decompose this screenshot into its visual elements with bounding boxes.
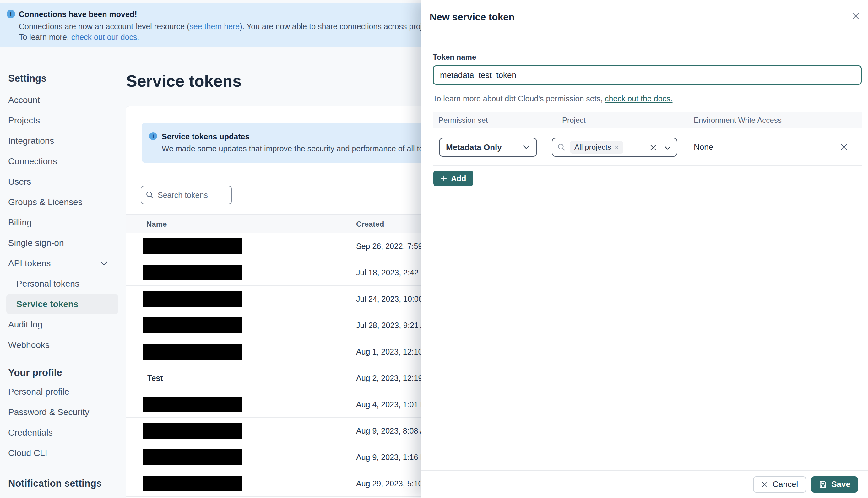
- docs-text: To learn more about dbt Cloud's permissi…: [433, 94, 605, 103]
- page-title: Service tokens: [126, 71, 241, 90]
- sidebar-heading-settings: Settings: [0, 71, 126, 86]
- banner-body-line2: To learn more, check out our docs.: [19, 32, 140, 42]
- sidebar-item-password-security[interactable]: Password & Security: [0, 402, 126, 422]
- remove-row-icon[interactable]: [840, 143, 848, 152]
- environment-write-access-value: None: [694, 128, 713, 166]
- sidebar-item-label: Account: [8, 95, 40, 105]
- cancel-button[interactable]: Cancel: [753, 476, 806, 493]
- sidebar-item-credentials[interactable]: Credentials: [0, 422, 126, 443]
- sidebar-item-connections[interactable]: Connections: [0, 151, 126, 171]
- close-icon[interactable]: [851, 11, 860, 22]
- sidebar-item-personal-profile[interactable]: Personal profile: [0, 381, 126, 402]
- info-icon: i: [149, 132, 157, 140]
- sidebar-item-cloud-cli[interactable]: Cloud CLI: [0, 443, 126, 463]
- add-button-label: Add: [451, 174, 466, 183]
- settings-sidebar: SettingsAccountProjectsIntegrationsConne…: [0, 47, 126, 498]
- drawer-title: New service token: [430, 12, 515, 23]
- clear-projects-icon[interactable]: [649, 144, 657, 153]
- search-icon: [146, 191, 154, 199]
- redacted-token-name: [143, 238, 242, 254]
- redacted-token-name: [143, 396, 242, 412]
- redacted-token-name: [143, 344, 242, 359]
- redacted-token-name: [143, 317, 242, 333]
- see-them-here-link[interactable]: see them here: [189, 22, 240, 31]
- permission-set-value: Metadata Only: [446, 143, 502, 152]
- column-header-environment-write-access: Environment Write Access: [694, 112, 781, 128]
- sidebar-item-label: Connections: [8, 156, 57, 166]
- close-icon: [761, 481, 768, 488]
- sidebar-item-label: Groups & Licenses: [8, 197, 82, 207]
- save-button-label: Save: [831, 480, 851, 489]
- all-projects-chip[interactable]: All projects: [570, 141, 623, 154]
- sidebar-item-label: Credentials: [8, 428, 53, 437]
- cancel-button-label: Cancel: [773, 480, 798, 489]
- banner-text: Connections are now an account-level res…: [19, 22, 189, 31]
- column-header-name: Name: [146, 215, 167, 233]
- project-multiselect[interactable]: All projects: [552, 138, 678, 157]
- drawer-header: New service token: [421, 0, 868, 36]
- sidebar-nav: SettingsAccountProjectsIntegrationsConne…: [0, 71, 126, 490]
- banner-text: To learn more,: [19, 32, 71, 41]
- sidebar-item-personal-tokens[interactable]: Personal tokens: [0, 274, 126, 294]
- sidebar-item-projects[interactable]: Projects: [0, 110, 126, 131]
- sidebar-item-label: Password & Security: [8, 407, 89, 417]
- sidebar-item-label: Service tokens: [16, 299, 79, 309]
- sidebar-item-audit-log[interactable]: Audit log: [0, 314, 126, 335]
- save-button[interactable]: Save: [811, 476, 858, 493]
- chip-label: All projects: [574, 143, 611, 152]
- sidebar-item-label: Users: [8, 177, 31, 186]
- token-name: Test: [147, 365, 163, 391]
- sidebar-item-account[interactable]: Account: [0, 90, 126, 110]
- redacted-token-name: [143, 449, 242, 465]
- new-service-token-drawer: New service token Token name To learn mo…: [421, 0, 868, 498]
- search-input[interactable]: [158, 191, 227, 200]
- sidebar-item-label: Projects: [8, 116, 40, 125]
- drawer-body: Token name To learn more about dbt Cloud…: [421, 53, 868, 186]
- permission-row: Metadata Only All projects None: [433, 128, 862, 166]
- sidebar-item-webhooks[interactable]: Webhooks: [0, 335, 126, 355]
- alert-title: Service tokens updates: [162, 132, 249, 141]
- sidebar-item-service-tokens[interactable]: Service tokens: [6, 294, 118, 314]
- sidebar-item-label: Audit log: [8, 320, 42, 329]
- sidebar-heading-notification-settings: Notification settings: [0, 477, 126, 490]
- sidebar-item-users[interactable]: Users: [0, 171, 126, 192]
- redacted-token-name: [143, 265, 242, 280]
- search-tokens-box[interactable]: [141, 186, 232, 205]
- app-canvas: i Connections have been moved! Connectio…: [0, 0, 868, 498]
- add-permission-button[interactable]: Add: [433, 170, 473, 186]
- sidebar-item-groups-licenses[interactable]: Groups & Licenses: [0, 192, 126, 212]
- redacted-token-name: [143, 476, 242, 492]
- info-icon: i: [6, 10, 15, 18]
- chevron-down-icon[interactable]: [664, 146, 671, 150]
- token-name-label: Token name: [433, 53, 862, 62]
- sidebar-item-label: Webhooks: [8, 340, 50, 350]
- sidebar-item-billing[interactable]: Billing: [0, 212, 126, 233]
- permission-set-select[interactable]: Metadata Only: [439, 138, 537, 157]
- sidebar-item-integrations[interactable]: Integrations: [0, 131, 126, 151]
- column-header-project: Project: [562, 112, 586, 128]
- save-icon: [819, 481, 827, 488]
- permission-docs-line: To learn more about dbt Cloud's permissi…: [433, 94, 862, 103]
- redacted-token-name: [143, 423, 242, 438]
- sidebar-group: Personal profilePassword & SecurityCrede…: [0, 381, 126, 463]
- check-our-docs-link[interactable]: check out our docs.: [71, 32, 140, 41]
- permissions-table-header: Permission set Project Environment Write…: [433, 112, 862, 128]
- plus-icon: [440, 175, 447, 182]
- sidebar-heading-your-profile: Your profile: [0, 366, 126, 380]
- drawer-footer: Cancel Save: [421, 470, 868, 498]
- sidebar-item-label: Billing: [8, 218, 32, 227]
- redacted-token-name: [143, 291, 242, 307]
- sidebar-item-label: Personal tokens: [16, 279, 79, 289]
- sidebar-group: AccountProjectsIntegrationsConnectionsUs…: [0, 90, 126, 355]
- sidebar-item-label: Single sign-on: [8, 238, 64, 248]
- remove-chip-icon[interactable]: [614, 145, 619, 150]
- sidebar-item-api-tokens[interactable]: API tokens: [0, 253, 126, 274]
- sidebar-item-label: Personal profile: [8, 387, 69, 396]
- chevron-down-icon: [523, 145, 530, 149]
- column-header-permission-set: Permission set: [438, 112, 488, 128]
- search-icon: [557, 143, 566, 151]
- sidebar-item-single-sign-on[interactable]: Single sign-on: [0, 233, 126, 253]
- token-name-input[interactable]: [433, 65, 862, 85]
- banner-title: Connections have been moved!: [19, 10, 137, 19]
- check-out-the-docs-link[interactable]: check out the docs.: [605, 94, 672, 103]
